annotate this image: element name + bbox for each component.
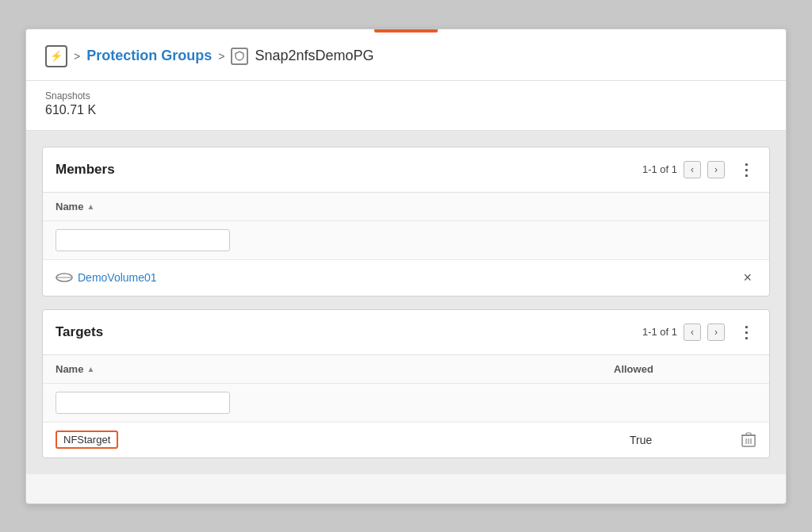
targets-pagination-text: 1-1 of 1 bbox=[642, 326, 677, 338]
members-name-filter-col bbox=[56, 229, 725, 251]
members-sort-icon[interactable]: ▲ bbox=[86, 202, 94, 211]
breadcrumb-sep-2: > bbox=[218, 50, 224, 63]
members-name-label: Name bbox=[56, 201, 83, 212]
members-name-filter-input[interactable] bbox=[56, 229, 230, 251]
members-prev-btn[interactable]: ‹ bbox=[684, 161, 701, 178]
members-table-row: DemoVolume01 × bbox=[43, 260, 769, 296]
stats-section: Snapshots 610.71 K bbox=[26, 81, 786, 131]
nfs-target-cell: NFStarget bbox=[56, 431, 630, 449]
targets-allowed-col-header: Allowed bbox=[614, 363, 725, 375]
members-pagination-text: 1-1 of 1 bbox=[642, 163, 677, 175]
snapshots-value: 610.71 K bbox=[45, 103, 767, 117]
current-page-breadcrumb: Snap2nfsDemoPG bbox=[231, 48, 373, 65]
demo-volume-name: DemoVolume01 bbox=[78, 271, 157, 284]
members-next-btn[interactable]: › bbox=[707, 161, 725, 178]
protection-groups-link[interactable]: Protection Groups bbox=[86, 48, 212, 64]
main-container: ⚡ > Protection Groups > Snap2nfsDemoPG S… bbox=[25, 29, 787, 504]
targets-panel-body: Name ▲ Allowed NFStarget bbox=[43, 355, 769, 457]
targets-panel: Targets 1-1 of 1 ‹ › ⋮ Name ▲ Allowed bbox=[42, 309, 770, 458]
targets-name-filter-input[interactable] bbox=[56, 392, 230, 414]
nfs-target-delete-btn[interactable] bbox=[741, 431, 756, 449]
nfs-target-allowed-value: True bbox=[630, 434, 741, 446]
top-bar: ⚡ > Protection Groups > Snap2nfsDemoPG bbox=[26, 29, 786, 81]
targets-prev-btn[interactable]: ‹ bbox=[684, 323, 701, 341]
accent-bar bbox=[374, 29, 438, 33]
nfs-target-badge[interactable]: NFStarget bbox=[56, 431, 118, 449]
pg-icon bbox=[231, 48, 248, 65]
targets-more-btn[interactable]: ⋮ bbox=[734, 321, 756, 343]
members-panel-header: Members 1-1 of 1 ‹ › ⋮ bbox=[43, 147, 769, 193]
members-pagination: 1-1 of 1 ‹ › bbox=[642, 161, 725, 178]
targets-panel-title: Targets bbox=[56, 324, 642, 340]
members-remove-btn[interactable]: × bbox=[738, 268, 756, 288]
targets-name-label: Name bbox=[56, 363, 83, 375]
demo-volume-link[interactable]: DemoVolume01 bbox=[56, 271, 157, 284]
members-table-header: Name ▲ bbox=[43, 193, 769, 221]
targets-table-row: NFStarget True bbox=[43, 423, 769, 457]
targets-pagination: 1-1 of 1 ‹ › bbox=[642, 323, 725, 341]
members-filter-row bbox=[43, 221, 769, 260]
targets-next-btn[interactable]: › bbox=[707, 323, 725, 341]
volume-icon bbox=[56, 272, 73, 283]
lightning-icon: ⚡ bbox=[50, 50, 63, 62]
targets-name-col-header: Name ▲ bbox=[56, 363, 614, 375]
breadcrumb: ⚡ > Protection Groups > Snap2nfsDemoPG bbox=[26, 29, 786, 80]
members-name-col-header: Name ▲ bbox=[56, 201, 725, 212]
svg-rect-4 bbox=[746, 433, 751, 435]
members-panel-title: Members bbox=[56, 162, 642, 178]
targets-name-filter-col bbox=[56, 392, 614, 414]
targets-table-header: Name ▲ Allowed bbox=[43, 355, 769, 384]
breadcrumb-sep-1: > bbox=[74, 50, 80, 63]
snapshots-label: Snapshots bbox=[45, 90, 767, 101]
members-panel: Members 1-1 of 1 ‹ › ⋮ Name ▲ bbox=[42, 147, 770, 297]
targets-sort-icon[interactable]: ▲ bbox=[86, 365, 94, 373]
home-icon[interactable]: ⚡ bbox=[45, 45, 67, 67]
content-area: Members 1-1 of 1 ‹ › ⋮ Name ▲ bbox=[26, 131, 786, 474]
targets-panel-header: Targets 1-1 of 1 ‹ › ⋮ bbox=[43, 310, 769, 355]
members-panel-body: Name ▲ bbox=[43, 193, 769, 296]
members-more-btn[interactable]: ⋮ bbox=[734, 159, 756, 181]
targets-filter-row bbox=[43, 384, 769, 423]
trash-icon bbox=[741, 432, 756, 448]
current-page-title: Snap2nfsDemoPG bbox=[255, 48, 373, 64]
